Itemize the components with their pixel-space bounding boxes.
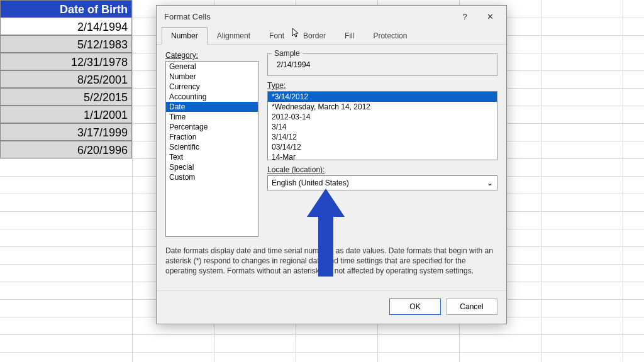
category-item-accounting[interactable]: Accounting bbox=[166, 92, 258, 102]
locale-select[interactable]: English (United States) ⌄ bbox=[267, 175, 497, 190]
category-item-general[interactable]: General bbox=[166, 62, 258, 72]
date-cell[interactable]: 3/17/1999 bbox=[0, 123, 132, 141]
help-button[interactable]: ? bbox=[452, 8, 477, 25]
type-item[interactable]: *Wednesday, March 14, 2012 bbox=[268, 102, 497, 112]
date-cell[interactable]: 2/14/1994 bbox=[0, 18, 132, 35]
sample-value: 2/14/1994 bbox=[274, 60, 491, 69]
category-item-custom[interactable]: Custom bbox=[166, 172, 258, 182]
category-item-special[interactable]: Special bbox=[166, 162, 258, 172]
category-label: Category: bbox=[165, 51, 258, 60]
type-item[interactable]: 3/14/12 bbox=[268, 132, 497, 142]
tab-fill[interactable]: Fill bbox=[335, 27, 364, 45]
tab-alignment[interactable]: Alignment bbox=[208, 27, 260, 45]
chevron-down-icon: ⌄ bbox=[487, 178, 493, 187]
dialog-buttons: OK Cancel bbox=[157, 290, 506, 324]
category-list[interactable]: GeneralNumberCurrencyAccountingDateTimeP… bbox=[165, 61, 258, 237]
dialog-tabs: NumberAlignmentFontBorderFillProtection bbox=[157, 27, 506, 45]
tab-protection[interactable]: Protection bbox=[364, 27, 416, 45]
date-cell[interactable]: 8/25/2001 bbox=[0, 70, 132, 88]
dialog-titlebar[interactable]: Format Cells ? ✕ bbox=[157, 6, 506, 27]
type-item[interactable]: 3/14 bbox=[268, 122, 497, 132]
type-item[interactable]: 03/14/12 bbox=[268, 142, 497, 152]
date-cell[interactable]: 5/12/1983 bbox=[0, 35, 132, 53]
category-item-text[interactable]: Text bbox=[166, 152, 258, 162]
type-list[interactable]: *3/14/2012*Wednesday, March 14, 20122012… bbox=[267, 91, 497, 160]
date-cell[interactable]: 1/1/2001 bbox=[0, 106, 132, 123]
tab-number[interactable]: Number bbox=[162, 27, 208, 45]
dialog-title: Format Cells bbox=[164, 12, 452, 21]
type-label: Type: bbox=[267, 81, 497, 90]
category-item-currency[interactable]: Currency bbox=[166, 82, 258, 92]
type-item[interactable]: 14-Mar bbox=[268, 152, 497, 160]
locale-label: Locale (location): bbox=[267, 165, 497, 174]
sample-label: Sample bbox=[272, 49, 303, 58]
category-item-percentage[interactable]: Percentage bbox=[166, 122, 258, 132]
date-cell[interactable]: 5/2/2015 bbox=[0, 88, 132, 106]
category-item-scientific[interactable]: Scientific bbox=[166, 142, 258, 152]
date-cell[interactable]: 12/31/1978 bbox=[0, 53, 132, 70]
type-item[interactable]: 2012-03-14 bbox=[268, 112, 497, 122]
category-item-time[interactable]: Time bbox=[166, 112, 258, 122]
format-cells-dialog: Format Cells ? ✕ NumberAlignmentFontBord… bbox=[156, 5, 507, 324]
ok-button[interactable]: OK bbox=[389, 299, 441, 315]
mouse-cursor-icon bbox=[292, 28, 301, 40]
column-header-date-of-birth[interactable]: Date of Birth bbox=[0, 0, 132, 18]
type-item[interactable]: *3/14/2012 bbox=[268, 92, 497, 102]
sample-box: Sample 2/14/1994 bbox=[267, 53, 497, 76]
cancel-button[interactable]: Cancel bbox=[446, 299, 497, 315]
tab-font[interactable]: Font bbox=[260, 27, 294, 45]
category-item-number[interactable]: Number bbox=[166, 72, 258, 82]
close-icon: ✕ bbox=[487, 12, 494, 21]
category-item-fraction[interactable]: Fraction bbox=[166, 132, 258, 142]
format-description: Date formats display date and time seria… bbox=[165, 246, 497, 277]
locale-value: English (United States) bbox=[272, 178, 349, 187]
category-item-date[interactable]: Date bbox=[166, 102, 258, 112]
date-cell[interactable]: 6/20/1996 bbox=[0, 141, 132, 158]
close-button[interactable]: ✕ bbox=[477, 8, 502, 25]
